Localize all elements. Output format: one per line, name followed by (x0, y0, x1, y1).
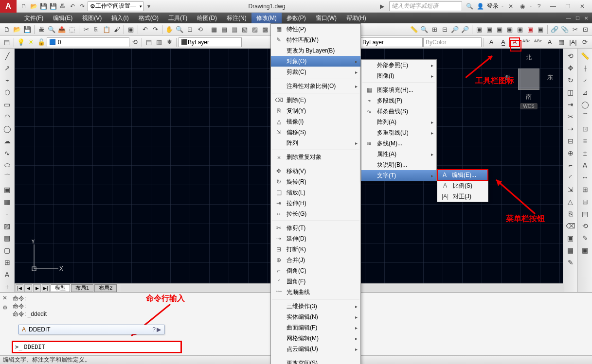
menu-1[interactable]: 编辑(E) (48, 13, 77, 23)
app-logo[interactable]: A (0, 0, 17, 13)
tb-attdef-icon[interactable]: ▣ (515, 25, 525, 35)
cmd-close-icon[interactable]: ✕ (2, 295, 7, 301)
help-icon[interactable]: ? (535, 2, 543, 11)
print-icon[interactable]: 🖶 (58, 2, 67, 11)
layout-tab-0[interactable]: 模型 (51, 284, 70, 292)
gradient-icon[interactable]: ▤ (2, 233, 13, 243)
tb-pan-icon[interactable]: ✋ (164, 25, 174, 35)
tb-calc-icon[interactable]: ▩ (260, 25, 270, 35)
dim-tool-8[interactable]: ± (580, 148, 591, 158)
tb-attach-icon[interactable]: 📎 (560, 25, 570, 35)
tb-base-icon[interactable]: ⊡ (580, 25, 590, 35)
help-a-icon[interactable]: ◉ (518, 2, 527, 11)
menu-item-复制(Y)[interactable]: ⎘复制(Y) (271, 105, 360, 116)
search-input[interactable]: 键入关键字或短语 (389, 1, 462, 11)
tb-zoom-1-icon[interactable]: 🔎 (450, 25, 460, 35)
menu-item-外部参照(E)[interactable]: 外部参照(E) (361, 60, 436, 70)
dim-tool-0[interactable]: 📏 (580, 51, 591, 61)
minimize-button[interactable]: — (546, 1, 560, 11)
arc-icon[interactable]: ◠ (2, 111, 13, 121)
dim-tool-3[interactable]: ⊿ (580, 87, 591, 98)
dim-tool-15[interactable]: ✎ (580, 233, 591, 243)
menu-item-对正(J)[interactable]: |A|对正(J) (437, 191, 488, 202)
menu-item-实体编辑(N)[interactable]: 实体编辑(N) (271, 312, 360, 322)
menu-4[interactable]: 格式(O) (134, 13, 163, 23)
line-icon[interactable]: ╱ (2, 51, 13, 61)
linetype-combo[interactable]: — ByLayer (355, 37, 423, 47)
layer-lock-icon[interactable]: 🔓 (36, 37, 46, 47)
menu-item-图案填充(H)...[interactable]: ▦图案填充(H)... (361, 85, 436, 95)
modify-tool-9[interactable]: ⌐ (565, 160, 576, 171)
modify-tool-13[interactable]: ⎘ (565, 208, 576, 219)
menu-9[interactable]: 参数(P) (282, 13, 311, 23)
dim-tool-6[interactable]: ⊡ (580, 123, 591, 134)
dim-tool-7[interactable]: ≡ (580, 136, 591, 146)
save-icon[interactable]: 💾 (39, 2, 48, 11)
text-tb-5[interactable]: A (544, 37, 555, 47)
tb-markup-icon[interactable]: ▨ (250, 25, 260, 35)
ray-icon[interactable]: ↗ (2, 63, 13, 73)
play-icon[interactable]: ▶ (377, 2, 386, 11)
pline-icon[interactable]: ⌁ (2, 75, 13, 85)
qat-dropdown-icon[interactable]: ▾ (144, 2, 153, 11)
menu-5[interactable]: 工具(T) (163, 13, 192, 23)
menu-item-偏移(S)[interactable]: ⇲偏移(S) (271, 127, 360, 138)
menu-3[interactable]: 插入(I) (107, 13, 133, 23)
tb-attedit-icon[interactable]: ▣ (536, 25, 545, 35)
cmd-config-icon[interactable]: ⚙ (2, 304, 8, 311)
block-icon[interactable]: ▦ (2, 197, 13, 207)
text-tb-7[interactable]: |A| (568, 37, 578, 47)
new-icon[interactable]: 🗋 (19, 2, 28, 11)
modify-tool-2[interactable]: ↻ (565, 75, 576, 86)
tb-zoom-ext-icon[interactable]: 🔍 (419, 25, 429, 35)
dim-tool-2[interactable]: ⟋ (580, 75, 591, 86)
tb-copy-icon[interactable]: ⎘ (91, 25, 101, 35)
layer-prev-icon[interactable]: ⟲ (130, 37, 140, 47)
tb-attsync-icon[interactable]: ▣ (525, 25, 535, 35)
tb-match-icon[interactable]: 🖌 (112, 25, 122, 35)
menu-item-打断(K)[interactable]: ⊟打断(K) (271, 244, 360, 255)
spline-icon[interactable]: ∿ (2, 148, 13, 158)
login-link[interactable]: 登录 (487, 2, 499, 10)
doc-btn-0[interactable]: — (565, 15, 573, 21)
tb-prop-icon[interactable]: ▦ (209, 25, 219, 35)
command-autocomplete-tooltip[interactable]: A DDEDIT ?▶ (18, 325, 164, 334)
menu-item-曲面编辑(F)[interactable]: 曲面编辑(F) (271, 322, 360, 333)
tb-be-icon[interactable]: ▣ (505, 25, 515, 35)
menu-item-剪裁(C)[interactable]: 剪裁(C) (271, 67, 360, 77)
menu-item-文字(T)[interactable]: 文字(T) (361, 170, 436, 181)
tooltip-play-icon[interactable]: ▶ (157, 326, 161, 333)
menu-11[interactable]: 帮助(H) (341, 13, 371, 23)
menu-item-缩放(L)[interactable]: ◫缩放(L) (271, 187, 360, 198)
menu-item-阵列[interactable]: 阵列 (271, 138, 360, 148)
dim-tool-12[interactable]: ⊟ (580, 196, 591, 207)
tab-nav-2[interactable]: ▶ (33, 284, 41, 292)
addsel-icon[interactable]: + (2, 282, 13, 292)
layout-tab-2[interactable]: 布局2 (94, 284, 117, 292)
close-button[interactable]: ✕ (575, 1, 589, 11)
tb-dc-icon[interactable]: ▤ (219, 25, 229, 35)
dim-tool-5[interactable]: ⌒ (580, 111, 591, 122)
region-icon[interactable]: ▢ (2, 245, 13, 256)
user-icon[interactable]: 👤 (477, 3, 484, 10)
menu-item-倒角(C)[interactable]: ⌐倒角(C) (271, 265, 360, 276)
revcloud-icon[interactable]: ☁ (2, 136, 13, 146)
menu-item-三维操作(3)[interactable]: 三维操作(3) (271, 301, 360, 312)
layer-bulb-icon[interactable]: 💡 (16, 37, 26, 47)
doc-btn-2[interactable]: ✕ (582, 15, 590, 21)
tb-preview-icon[interactable]: 🔍 (47, 25, 56, 35)
tb-new-icon[interactable]: 🗋 (2, 25, 12, 35)
dim-tool-9[interactable]: A (580, 160, 591, 171)
modify-tool-6[interactable]: ⇢ (565, 123, 576, 134)
menu-item-镜像(I)[interactable]: △镜像(I) (271, 116, 360, 127)
tb-ssm-icon[interactable]: ▧ (240, 25, 250, 35)
menu-item-拉伸(H)[interactable]: ⇥拉伸(H) (271, 198, 360, 208)
doc-btn-1[interactable]: ☐ (574, 15, 581, 21)
modify-tool-3[interactable]: ◫ (565, 87, 576, 98)
dim-tool-4[interactable]: ◯ (580, 99, 591, 110)
menu-7[interactable]: 标注(N) (222, 13, 251, 23)
undo-icon[interactable]: ↶ (68, 2, 77, 11)
menu-item-注释性对象比例(O)[interactable]: 注释性对象比例(O) (271, 81, 360, 91)
menu-item-延伸(D)[interactable]: ⇢延伸(D) (271, 233, 360, 244)
table-icon[interactable]: ⊞ (2, 258, 13, 268)
